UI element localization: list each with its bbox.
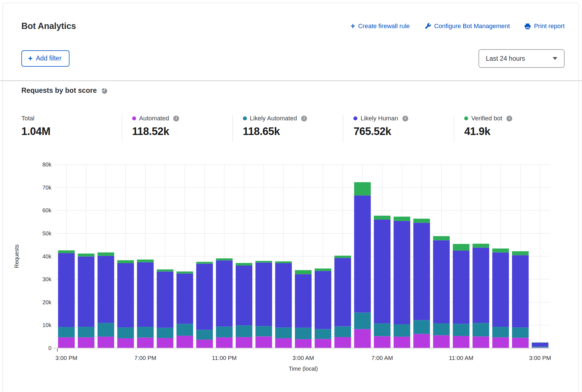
print-report-link[interactable]: Print report <box>524 22 565 30</box>
bar-segment <box>334 326 351 337</box>
bar-segment <box>433 240 450 323</box>
info-icon[interactable]: i <box>173 116 179 121</box>
y-tick-label: 0 <box>48 345 51 351</box>
configure-bot-management-link[interactable]: Configure Bot Management <box>424 22 510 30</box>
section-title: Requests by bot score <box>21 86 97 94</box>
bar-segment <box>117 263 134 328</box>
info-icon[interactable]: i <box>402 116 408 121</box>
info-icon[interactable]: i <box>506 116 512 121</box>
y-tick-label: 70k <box>42 184 52 191</box>
bar-segment <box>295 270 312 274</box>
bar-segment <box>315 269 331 271</box>
bar-segment <box>117 338 134 348</box>
bar-segment <box>374 336 391 348</box>
bar-segment <box>78 327 94 337</box>
stat-label: Likely Human <box>360 115 398 122</box>
bar-segment <box>58 250 75 253</box>
bar-segment <box>196 340 213 348</box>
verified-bot-legend-dot <box>464 116 468 120</box>
chevron-down-icon <box>553 57 557 60</box>
bar-segment <box>58 337 75 348</box>
time-range-select[interactable]: Last 24 hours <box>479 49 565 68</box>
bar-segment <box>275 338 292 348</box>
bar-segment <box>532 343 548 346</box>
bar-segment <box>473 248 489 323</box>
bar-segment <box>275 328 292 338</box>
bar-segment <box>394 221 410 324</box>
add-filter-label: Add filter <box>36 55 62 62</box>
y-tick-label: 60k <box>42 207 52 213</box>
y-tick-label: 40k <box>42 253 52 260</box>
bar-segment <box>177 274 193 324</box>
bar-segment <box>78 254 94 257</box>
bar-segment <box>137 338 154 348</box>
bar-segment <box>413 320 430 334</box>
bar-segment <box>275 262 292 263</box>
info-icon[interactable]: i <box>301 116 307 121</box>
bar-segment <box>196 264 213 330</box>
stat-automated: Automated i 118.52k <box>122 115 233 142</box>
bar-segment <box>216 337 233 348</box>
bar-segment <box>98 253 114 256</box>
bar-segment <box>433 236 450 240</box>
stat-label: Automated <box>139 115 169 122</box>
bar-segment <box>512 255 529 327</box>
plus-icon: + <box>28 56 33 61</box>
automated-legend-dot <box>132 116 136 120</box>
x-tick-label: 11:00 AM <box>449 355 473 361</box>
x-tick-label: 3:00 AM <box>292 355 314 361</box>
x-tick-label: 3:00 PM <box>529 355 551 361</box>
action-label: Print report <box>534 22 565 30</box>
bar-segment <box>236 263 252 265</box>
bar-segment <box>98 256 114 323</box>
stats-row: Total 1.04M Automated i 118.52k Likely A… <box>21 115 565 142</box>
bar-segment <box>78 256 94 327</box>
bar-segment <box>177 271 193 273</box>
bar-segment <box>394 217 410 221</box>
bar-segment <box>196 262 213 264</box>
bar-segment <box>236 337 252 348</box>
bar-segment <box>512 328 529 338</box>
x-tick-label: 7:00 AM <box>371 355 393 361</box>
plus-icon: + <box>351 23 355 29</box>
header-divider <box>0 80 582 81</box>
add-filter-button[interactable]: + Add filter <box>21 50 69 67</box>
bar-segment <box>117 260 134 263</box>
page-title: Bot Analytics <box>21 21 76 31</box>
bar-segment <box>394 324 410 337</box>
bar-segment <box>216 326 233 337</box>
bar-segment <box>295 339 312 348</box>
bar-segment <box>157 328 173 338</box>
chart-svg: 010k20k30k40k50k60k70k80k3:00 PM7:00 PM1… <box>10 161 570 374</box>
likely-automated-legend-dot <box>243 116 247 120</box>
bar-segment <box>433 323 450 335</box>
bar-segment <box>315 271 331 329</box>
bar-segment <box>137 260 154 262</box>
bar-segment <box>453 244 470 251</box>
action-label: Create firewall rule <box>358 22 410 30</box>
requests-by-bot-score-chart: 010k20k30k40k50k60k70k80k3:00 PM7:00 PM1… <box>10 161 565 375</box>
bar-segment <box>216 260 233 326</box>
bar-segment <box>315 329 331 339</box>
pie-chart-icon <box>101 87 108 94</box>
bar-segment <box>413 334 430 348</box>
bar-segment <box>512 338 529 348</box>
stat-verified-bot: Verified bot i 41.9k <box>454 115 565 142</box>
bar-segment <box>58 253 75 327</box>
bar-segment <box>354 195 371 312</box>
y-tick-label: 20k <box>42 299 52 305</box>
bar-segment <box>532 346 548 347</box>
bar-segment <box>453 324 470 336</box>
stat-label: Likely Automated <box>250 115 297 122</box>
create-firewall-rule-link[interactable]: + Create firewall rule <box>351 22 410 30</box>
bar-segment <box>492 253 509 327</box>
bar-segment <box>78 337 94 348</box>
stat-label: Total <box>21 115 34 122</box>
stat-total: Total 1.04M <box>21 115 122 142</box>
x-ticks: 3:00 PM7:00 PM11:00 PM3:00 AM7:00 AM11:0… <box>55 348 551 361</box>
bar-segment <box>334 337 351 348</box>
bar-segment <box>354 182 371 195</box>
bar-segment <box>256 326 272 337</box>
y-tick-label: 50k <box>42 230 52 236</box>
bar-segment <box>157 271 173 328</box>
